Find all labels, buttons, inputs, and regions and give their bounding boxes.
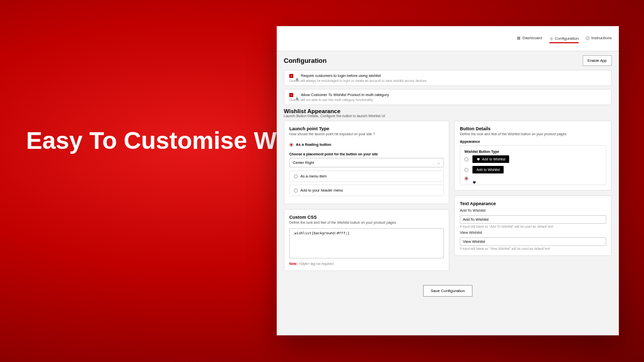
nav-configuration[interactable]: Configuration <box>549 36 579 43</box>
dashboard-icon <box>517 36 521 40</box>
add-wishlist-input[interactable] <box>460 215 606 224</box>
bd-appearance-label: Appearance <box>460 140 606 143</box>
lock-icon <box>295 74 299 77</box>
bd-type-label: Wishlist Button Type <box>464 150 602 153</box>
appearance-title: Wishlist Appearance <box>284 108 612 114</box>
checkbox-require-login[interactable]: ✓ <box>289 74 293 78</box>
radio-btn-type-2[interactable] <box>464 168 468 172</box>
placement-value: Center Right <box>293 160 314 165</box>
css-title: Custom CSS <box>289 215 444 220</box>
bd-sub: Define the look and feel of the Wishlist… <box>460 132 606 136</box>
multi-category-label: Allow Customer To Wishlist Product in mu… <box>301 93 389 97</box>
heart-icon <box>472 177 476 180</box>
save-configuration-button[interactable]: Save Configuration <box>423 285 472 297</box>
chevron-down-icon: ⌄ <box>437 161 440 165</box>
radio-btn-type-3[interactable] <box>464 176 468 180</box>
view-wishlist-input[interactable] <box>460 237 606 246</box>
option-require-login: ✓ Require customers to login before usin… <box>284 70 612 86</box>
require-login-help: Guests will always be encouraged to logi… <box>289 79 606 82</box>
custom-css-panel: Custom CSS Define the look and feel of t… <box>284 209 449 271</box>
radio-menu-item-label: As a menu item <box>300 174 327 178</box>
nav-dashboard[interactable]: Dashboard <box>517 36 542 41</box>
gear-icon <box>549 37 553 41</box>
multi-category-help: Guests will not able to use this multi c… <box>289 98 606 102</box>
svg-point-0 <box>551 38 552 39</box>
placement-label: Choose a placement point for the button … <box>289 152 444 156</box>
ta-title: Text Appearance <box>460 201 606 206</box>
radio-header-menu[interactable] <box>294 189 298 193</box>
ta-label-1: Add To Wishlist <box>460 208 606 213</box>
enable-app-button[interactable]: Enable App <box>583 55 612 66</box>
require-login-label: Require customers to login before using … <box>301 73 381 78</box>
heart-icon <box>476 157 480 161</box>
wishlist-button-preview-1: Add to Wishlist <box>472 155 509 163</box>
lock-icon <box>295 93 299 97</box>
nav-dashboard-label: Dashboard <box>522 36 542 40</box>
ta-help-1: If input will blank so "Add To Wishlist"… <box>460 225 606 228</box>
info-icon <box>586 36 590 40</box>
placement-select[interactable]: Center Right ⌄ <box>289 158 444 167</box>
launch-point-panel: Launch point Type How should the launch … <box>284 121 449 204</box>
app-screenshot: Dashboard Configuration Instructions Con… <box>277 26 619 335</box>
top-nav: Dashboard Configuration Instructions <box>277 26 619 51</box>
ta-help-2: If input will blank so "View Wishlist" w… <box>460 247 606 250</box>
radio-menu-item[interactable] <box>294 174 298 178</box>
wishlist-button-preview-2: Add to Wishlist <box>472 166 504 173</box>
radio-floating-label: As a floating button <box>296 142 331 147</box>
nav-instructions[interactable]: Instructions <box>586 36 612 41</box>
text-appearance-panel: Text Appearance Add To Wishlist If input… <box>454 196 612 256</box>
bd-title: Button Details <box>460 126 606 131</box>
button-details-panel: Button Details Define the look and feel … <box>454 121 612 191</box>
option-multi-category: ✓ Allow Customer To Wishlist Product in … <box>284 89 612 105</box>
page-title: Configuration <box>284 57 327 64</box>
page-header: Configuration Enable App <box>284 55 612 66</box>
appearance-sub: Launch Button Details, Configure the but… <box>284 114 612 118</box>
launch-title: Launch point Type <box>289 126 444 131</box>
css-textarea[interactable] <box>289 228 444 258</box>
nav-instructions-label: Instructions <box>591 36 612 40</box>
css-note: Note: <Style> tag not required <box>289 262 444 265</box>
page-body: Configuration Enable App ✓ Require custo… <box>277 51 619 301</box>
checkbox-multi-category[interactable]: ✓ <box>289 93 293 97</box>
radio-header-menu-label: Add to your header menu <box>300 188 343 193</box>
css-sub: Define the look and feel of the Wishlist… <box>289 221 444 224</box>
nav-configuration-label: Configuration <box>555 36 579 41</box>
launch-sub: How should the launch point be exposed o… <box>289 132 444 136</box>
radio-floating[interactable] <box>289 143 293 147</box>
ta-label-2: View Wishlist <box>460 230 606 235</box>
radio-btn-type-1[interactable] <box>464 157 468 161</box>
